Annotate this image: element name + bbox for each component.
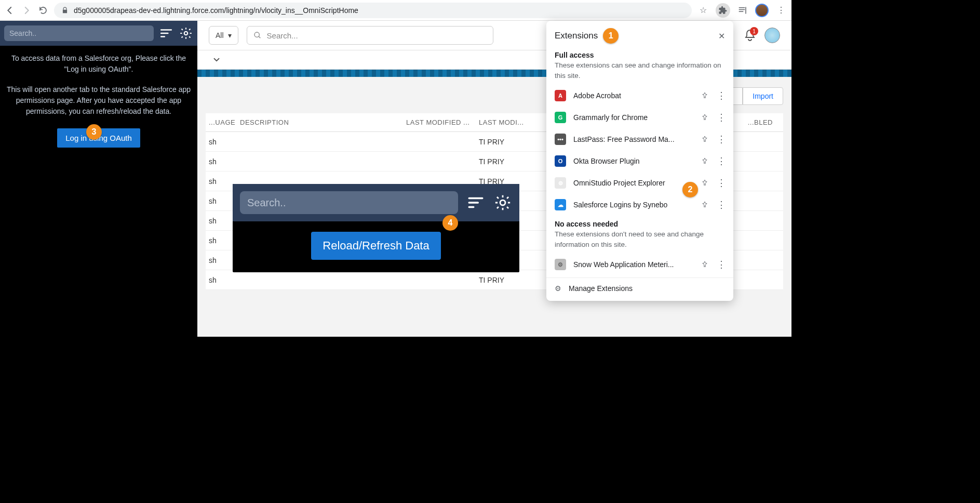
pin-icon[interactable] bbox=[701, 157, 709, 165]
more-icon[interactable]: ⋮ bbox=[717, 134, 725, 145]
col-lastmodby: LAST MODI... bbox=[476, 118, 528, 126]
extension-icon: ☁ bbox=[555, 199, 566, 210]
gear-icon[interactable] bbox=[179, 26, 193, 41]
pin-icon[interactable] bbox=[701, 92, 709, 99]
cell-lang: sh bbox=[206, 256, 237, 264]
filter-label: All bbox=[216, 31, 224, 39]
extension-name: OmniStudio Project Explorer bbox=[573, 179, 694, 187]
reload-data-button[interactable]: Reload/Refresh Data bbox=[311, 232, 440, 260]
extension-item[interactable]: ⊚OmniStudio Project Explorer⋮ bbox=[546, 172, 733, 194]
more-icon[interactable]: ⋮ bbox=[717, 177, 725, 189]
overlay-search-input[interactable]: Search.. bbox=[240, 191, 458, 214]
search-placeholder: Search... bbox=[267, 31, 298, 40]
annotation-4: 4 bbox=[442, 215, 458, 231]
chrome-actions: ☆ ⋮ bbox=[698, 3, 786, 18]
side-search-input[interactable]: Search.. bbox=[4, 25, 154, 41]
extension-icon: G bbox=[555, 112, 566, 123]
global-search[interactable]: Search... bbox=[247, 26, 494, 45]
extension-name: Adobe Acrobat bbox=[573, 91, 694, 100]
menu-icon[interactable]: ⋮ bbox=[776, 5, 786, 16]
overlay-header: Search.. bbox=[233, 184, 519, 221]
extension-icon: ⚙ bbox=[555, 259, 566, 270]
pin-icon[interactable] bbox=[701, 179, 709, 187]
browser-toolbar: d5g000005drapeas-dev-ed.lightning.force.… bbox=[0, 0, 791, 21]
cell-lang: sh bbox=[206, 138, 237, 146]
filter-dropdown[interactable]: All ▾ bbox=[209, 26, 238, 45]
reload-button[interactable] bbox=[38, 6, 48, 15]
extension-item[interactable]: AAdobe Acrobat⋮ bbox=[546, 85, 733, 107]
gear-icon[interactable] bbox=[493, 193, 512, 212]
cell-lang: sh bbox=[206, 236, 237, 245]
pin-icon[interactable] bbox=[701, 114, 709, 121]
svg-point-2 bbox=[184, 32, 188, 35]
annotation-2: 2 bbox=[682, 182, 698, 197]
side-search-placeholder: Search.. bbox=[9, 29, 36, 37]
extension-icon: ⊚ bbox=[555, 177, 566, 189]
star-icon[interactable]: ☆ bbox=[698, 5, 708, 16]
back-button[interactable] bbox=[5, 6, 15, 15]
extensions-full-list: AAdobe Acrobat⋮GGrammarly for Chrome⋮•••… bbox=[546, 85, 733, 216]
address-bar[interactable]: d5g000005drapeas-dev-ed.lightning.force.… bbox=[54, 3, 692, 18]
sort-icon[interactable] bbox=[159, 26, 173, 41]
extension-item[interactable]: •••LastPass: Free Password Ma...⋮ bbox=[546, 128, 733, 150]
more-icon[interactable]: ⋮ bbox=[717, 112, 725, 123]
pin-icon[interactable] bbox=[701, 201, 709, 208]
annotation-3: 3 bbox=[86, 124, 102, 140]
extensions-none-list: ⚙Snow Web Application Meteri...⋮ bbox=[546, 254, 733, 275]
extension-name: Grammarly for Chrome bbox=[573, 113, 694, 122]
reading-list-icon[interactable] bbox=[737, 5, 748, 16]
import-button[interactable]: Import bbox=[743, 87, 783, 105]
chevron-down-icon[interactable] bbox=[212, 55, 221, 64]
cell-lang: sh bbox=[206, 157, 237, 166]
extension-icon: ••• bbox=[555, 134, 566, 145]
content-area: All ▾ Search... 1 Fi Im bbox=[0, 21, 791, 406]
extension-name: LastPass: Free Password Ma... bbox=[573, 135, 694, 143]
search-icon bbox=[253, 31, 262, 39]
pin-icon[interactable] bbox=[701, 136, 709, 143]
no-access-heading: No access needed bbox=[546, 216, 733, 229]
cell-lang: sh bbox=[206, 276, 237, 284]
extension-icon: A bbox=[555, 90, 566, 101]
extension-side-panel: Search.. To access data from a Salesforc… bbox=[0, 21, 197, 337]
full-access-desc: These extensions can see and change info… bbox=[546, 60, 733, 85]
svg-point-3 bbox=[500, 200, 505, 205]
reload-overlay: Search.. Reload/Refresh Data 4 bbox=[233, 184, 519, 272]
forward-button[interactable] bbox=[22, 6, 31, 15]
more-icon[interactable]: ⋮ bbox=[717, 199, 725, 210]
sort-icon[interactable] bbox=[466, 193, 485, 212]
overlay-search-placeholder: Search.. bbox=[247, 197, 286, 209]
notification-badge: 1 bbox=[750, 27, 758, 35]
manage-label: Manage Extensions bbox=[569, 284, 633, 293]
col-language: ...UAGE bbox=[206, 118, 237, 126]
annotation-1: 1 bbox=[603, 28, 619, 44]
extension-icon: O bbox=[555, 155, 566, 167]
no-access-desc: These extensions don't need to see and c… bbox=[546, 229, 733, 254]
extension-item[interactable]: ⚙Snow Web Application Meteri...⋮ bbox=[546, 254, 733, 275]
url-text: d5g000005drapeas-dev-ed.lightning.force.… bbox=[74, 6, 358, 15]
extension-name: Salesforce Logins by Synebo bbox=[573, 201, 694, 209]
extensions-button[interactable] bbox=[716, 3, 730, 18]
more-icon[interactable]: ⋮ bbox=[717, 259, 725, 270]
gear-icon: ⚙ bbox=[555, 284, 561, 293]
full-access-heading: Full access bbox=[546, 47, 733, 60]
col-description: DESCRIPTION bbox=[237, 118, 403, 126]
cell-lang: sh bbox=[206, 177, 237, 186]
more-icon[interactable]: ⋮ bbox=[717, 155, 725, 167]
user-avatar[interactable] bbox=[764, 28, 780, 43]
extension-name: Okta Browser Plugin bbox=[573, 157, 694, 165]
cell-by: TI PRIY bbox=[476, 276, 528, 284]
close-icon[interactable]: ✕ bbox=[718, 31, 725, 41]
extension-item[interactable]: OOkta Browser Plugin⋮ bbox=[546, 150, 733, 172]
nav-buttons bbox=[5, 6, 48, 15]
extension-item[interactable]: GGrammarly for Chrome⋮ bbox=[546, 107, 733, 128]
notifications-button[interactable]: 1 bbox=[744, 29, 756, 42]
manage-extensions[interactable]: ⚙ Manage Extensions bbox=[546, 277, 733, 297]
cell-by: TI PRIY bbox=[476, 138, 528, 146]
extension-item[interactable]: ☁Salesforce Logins by Synebo⋮ bbox=[546, 194, 733, 216]
cell-lang: sh bbox=[206, 217, 237, 225]
lock-icon bbox=[61, 7, 69, 14]
more-icon[interactable]: ⋮ bbox=[717, 90, 725, 101]
extensions-popup: Extensions 1 ✕ Full access These extensi… bbox=[546, 21, 733, 301]
pin-icon[interactable] bbox=[701, 261, 709, 268]
profile-avatar[interactable] bbox=[755, 4, 769, 17]
